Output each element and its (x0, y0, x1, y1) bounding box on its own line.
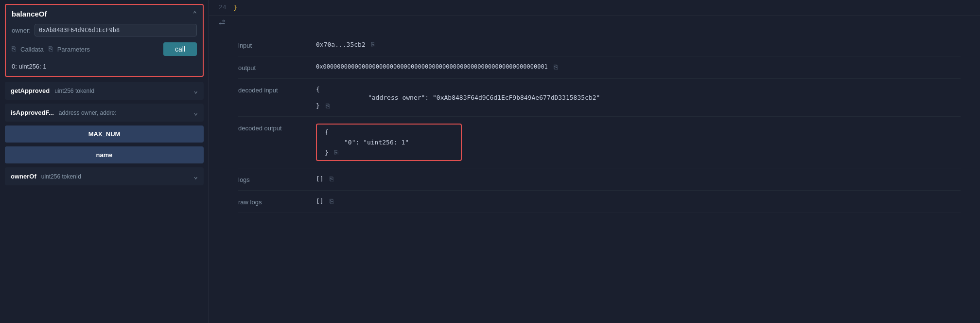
owner-row: owner: (12, 24, 197, 36)
decoded-output-inner: "0": "uint256: 1" (325, 139, 451, 146)
fn-params-is-approved: address owner, addre: (59, 109, 194, 116)
call-button[interactable]: call (163, 42, 197, 56)
raw-logs-copy-icon[interactable]: ⎘ (330, 197, 333, 205)
action-row: ⎘ Calldata ⎘ Parameters call (12, 42, 197, 56)
decoded-input-close-brace: } (316, 102, 320, 109)
decoded-input-open-brace: { (316, 86, 961, 93)
calldata-label[interactable]: Calldata (20, 46, 44, 53)
logs-row: logs [] ⎘ (238, 168, 961, 191)
input-hex: 0x70a...35cb2 (316, 41, 366, 48)
calldata-copy-icon[interactable]: ⎘ (12, 45, 16, 53)
decoded-input-inner: "address owner": "0xAb8483F64d9C6d1EcF9b… (316, 94, 961, 101)
decoded-input-row: decoded input { "address owner": "0xAb84… (238, 79, 961, 117)
chevron-down-icon-3: ⌄ (194, 172, 198, 180)
decoded-output-copy-icon[interactable]: ⎘ (334, 149, 338, 156)
balance-of-section: balanceOf ⌃ owner: ⎘ Calldata ⎘ Paramete… (5, 4, 204, 77)
raw-logs-row: raw logs [] ⎘ (238, 191, 961, 213)
code-line: 24 } (209, 0, 980, 16)
balance-of-title: balanceOf (12, 10, 47, 18)
output-row: output 0x0000000000000000000000000000000… (238, 56, 961, 79)
fn-item-max-num[interactable]: MAX_NUM (5, 126, 204, 143)
fn-params-get-approved: uint256 tokenId (54, 88, 193, 94)
owner-input[interactable] (35, 24, 197, 36)
decoded-input-block: { "address owner": "0xAb8483F64d9C6d1EcF… (316, 86, 961, 109)
right-panel: 24 } ⥄ input 0x70a...35cb2 ⎘ output 0x00… (209, 0, 980, 323)
decoded-output-open-brace: { (325, 128, 451, 136)
left-panel: balanceOf ⌃ owner: ⎘ Calldata ⎘ Paramete… (0, 0, 209, 323)
fn-name-max-num: MAX_NUM (11, 130, 198, 138)
input-value: 0x70a...35cb2 ⎘ (316, 41, 961, 48)
fn-name-get-approved: getApproved (11, 87, 50, 94)
fn-name-is-approved: isApprovedF... (11, 109, 54, 116)
decoded-output-close-brace: } (325, 149, 329, 156)
decoded-output-footer: } ⎘ (325, 149, 451, 156)
parameters-copy-icon[interactable]: ⎘ (49, 45, 52, 53)
raw-logs-text: [] (316, 197, 324, 205)
decoded-output-row: decoded output { "0": "uint256: 1" } ⎘ (238, 117, 961, 168)
logs-key: logs (238, 175, 316, 183)
fn-params-owner-of: uint256 tokenId (41, 173, 194, 180)
balance-of-result: 0: uint256: 1 (12, 62, 197, 70)
output-hex: 0x00000000000000000000000000000000000000… (316, 63, 548, 70)
logs-text: [] (316, 175, 324, 182)
chevron-down-icon-2: ⌄ (194, 108, 198, 117)
data-table: input 0x70a...35cb2 ⎘ output 0x000000000… (209, 29, 980, 218)
input-row: input 0x70a...35cb2 ⎘ (238, 34, 961, 56)
fn-name-owner-of: ownerOf (11, 173, 36, 180)
decoded-output-key: decoded output (238, 124, 316, 132)
decoded-output-box: { "0": "uint256: 1" } ⎘ (316, 124, 462, 161)
owner-label: owner: (12, 27, 31, 34)
line-number: 24 (219, 4, 233, 11)
fn-name-name: name (11, 151, 198, 159)
decoded-output-value: { "0": "uint256: 1" } ⎘ (316, 124, 961, 161)
chevron-up-icon[interactable]: ⌃ (193, 10, 197, 18)
raw-logs-key: raw logs (238, 197, 316, 206)
logs-value: [] ⎘ (316, 175, 961, 182)
section-header: balanceOf ⌃ (12, 10, 197, 18)
fn-item-get-approved[interactable]: getApproved uint256 tokenId ⌄ (5, 82, 204, 100)
chevron-down-icon: ⌄ (194, 87, 198, 95)
expand-collapse-icon[interactable]: ⥄ (209, 16, 980, 29)
fn-item-owner-of[interactable]: ownerOf uint256 tokenId ⌄ (5, 167, 204, 185)
decoded-input-value: { "address owner": "0xAb8483F64d9C6d1EcF… (316, 86, 961, 109)
decoded-input-footer: } ⎘ (316, 102, 961, 109)
fn-item-name[interactable]: name (5, 146, 204, 163)
output-value: 0x00000000000000000000000000000000000000… (316, 63, 961, 71)
code-closing-brace: } (233, 4, 237, 11)
input-copy-icon[interactable]: ⎘ (371, 41, 375, 48)
logs-copy-icon[interactable]: ⎘ (330, 175, 333, 182)
fn-item-is-approved[interactable]: isApprovedF... address owner, addre: ⌄ (5, 104, 204, 122)
raw-logs-value: [] ⎘ (316, 197, 961, 205)
decoded-input-key: decoded input (238, 86, 316, 94)
parameters-label[interactable]: Parameters (57, 46, 90, 53)
decoded-input-copy-icon[interactable]: ⎘ (326, 102, 330, 109)
output-key: output (238, 63, 316, 72)
output-copy-icon[interactable]: ⎘ (554, 63, 558, 71)
input-key: input (238, 41, 316, 49)
